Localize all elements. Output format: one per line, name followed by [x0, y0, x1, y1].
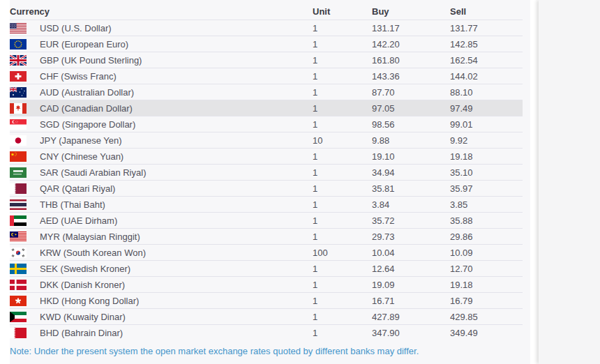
flag-cell [10, 165, 40, 181]
flag-dk-icon [10, 280, 27, 290]
buy-value: 16.71 [372, 293, 450, 309]
flag-cell [10, 277, 40, 293]
table-row-gb[interactable]: GBP (UK Pound Sterling)1161.80162.54 [10, 52, 523, 68]
table-row-th[interactable]: THB (Thai Baht)13.843.85 [10, 197, 523, 213]
flag-ae-icon [10, 215, 27, 226]
unit-value: 1 [313, 293, 372, 309]
flag-ch-icon [10, 71, 27, 82]
currency-name: CHF (Swiss Franc) [40, 68, 313, 84]
unit-value: 1 [313, 277, 372, 293]
table-row-us[interactable]: USD (U.S. Dollar)1131.17131.77 [10, 20, 523, 36]
table-row-ca[interactable]: CAD (Canadian Dollar)197.0597.49 [10, 100, 523, 116]
flag-sa-icon [10, 167, 27, 178]
unit-value: 1 [313, 20, 372, 36]
currency-name: SGD (Singapore Dollar) [40, 116, 313, 132]
currency-name: KWD (Kuwaity Dinar) [40, 309, 313, 325]
table-row-jp[interactable]: JPY (Japanese Yen)109.889.92 [10, 132, 523, 149]
unit-value: 1 [313, 100, 372, 116]
buy-value: 161.80 [372, 52, 450, 68]
sell-value: 12.70 [450, 261, 523, 277]
flag-jp-icon [10, 135, 27, 146]
table-row-sg[interactable]: SGD (Singapore Dollar)198.5699.01 [10, 116, 523, 132]
sell-value: 16.79 [450, 293, 523, 309]
buy-value: 347.90 [372, 325, 450, 341]
column-header-currency: Currency [10, 3, 313, 20]
buy-value: 97.05 [372, 100, 450, 116]
sell-value: 9.92 [450, 132, 523, 149]
table-row-qa[interactable]: QAR (Qatari Riyal)135.8135.97 [10, 181, 523, 197]
flag-bh-icon [10, 328, 27, 338]
flag-cell [10, 309, 40, 325]
flag-cell [10, 197, 40, 213]
flag-cell [10, 100, 40, 116]
column-header-sell: Sell [450, 3, 523, 20]
sell-value: 35.88 [450, 213, 523, 229]
table-row-se[interactable]: SEK (Swedish Kroner)112.6412.70 [10, 261, 523, 277]
sell-value: 3.85 [450, 197, 523, 213]
buy-value: 19.10 [372, 149, 450, 165]
flag-cell [10, 325, 40, 341]
sell-value: 19.18 [450, 277, 523, 293]
buy-value: 12.64 [372, 261, 450, 277]
unit-value: 1 [313, 149, 372, 165]
flag-cell [10, 245, 40, 261]
adjacent-panel [539, 0, 600, 364]
sell-value: 142.85 [450, 36, 523, 52]
table-row-au[interactable]: AUD (Australian Dollar)187.7088.10 [10, 84, 523, 100]
unit-value: 1 [313, 325, 372, 341]
buy-value: 35.72 [372, 213, 450, 229]
currency-name: MYR (Malaysian Ringgit) [40, 229, 313, 245]
sell-value: 10.09 [450, 245, 523, 261]
currency-name: EUR (European Euro) [40, 36, 313, 52]
sell-value: 88.10 [450, 84, 523, 100]
column-header-unit: Unit [313, 3, 372, 20]
flag-sg-icon [10, 119, 27, 130]
unit-value: 1 [313, 36, 372, 52]
flag-cell [10, 132, 40, 149]
unit-value: 1 [313, 68, 372, 84]
flag-se-icon [10, 264, 27, 274]
table-row-ae[interactable]: AED (UAE Dirham)135.7235.88 [10, 213, 523, 229]
flag-ca-icon [10, 103, 27, 114]
unit-value: 1 [313, 165, 372, 181]
buy-value: 19.09 [372, 277, 450, 293]
table-row-kw[interactable]: KWD (Kuwaity Dinar)1427.89429.85 [10, 309, 523, 325]
buy-value: 427.89 [372, 309, 450, 325]
table-row-ch[interactable]: CHF (Swiss Franc)1143.36144.02 [10, 68, 523, 84]
table-row-my[interactable]: MYR (Malaysian Ringgit)129.7329.86 [10, 229, 523, 245]
currency-name: CAD (Canadian Dollar) [40, 100, 313, 116]
unit-value: 1 [313, 84, 372, 100]
unit-value: 1 [313, 213, 372, 229]
currency-name: BHD (Bahrain Dinar) [40, 325, 313, 341]
page: Currency Unit Buy Sell USD (U.S. Dollar)… [0, 0, 600, 364]
note-text: Note: Under the present system the open … [10, 346, 530, 357]
exchange-rates-panel: Currency Unit Buy Sell USD (U.S. Dollar)… [10, 0, 530, 364]
table-row-sa[interactable]: SAR (Saudi Arabian Riyal)134.9435.10 [10, 165, 523, 181]
flag-kr-icon [10, 248, 27, 258]
flag-au-icon [10, 87, 27, 98]
sell-value: 429.85 [450, 309, 523, 325]
buy-value: 9.88 [372, 132, 450, 149]
flag-cell [10, 116, 40, 132]
flag-cell [10, 293, 40, 309]
flag-cell [10, 52, 40, 68]
table-row-kr[interactable]: KRW (South Korean Won)10010.0410.09 [10, 245, 523, 261]
buy-value: 98.56 [372, 116, 450, 132]
flag-th-icon [10, 199, 27, 210]
table-row-hk[interactable]: HKD (Hong Kong Dollar)116.7116.79 [10, 293, 523, 309]
unit-value: 1 [313, 229, 372, 245]
table-row-dk[interactable]: DKK (Danish Kroner)119.0919.18 [10, 277, 523, 293]
currency-name: USD (U.S. Dollar) [40, 20, 313, 36]
table-row-eu[interactable]: EUR (European Euro)1142.20142.85 [10, 36, 523, 52]
table-row-bh[interactable]: BHD (Bahrain Dinar)1347.90349.49 [10, 325, 523, 341]
buy-value: 35.81 [372, 181, 450, 197]
sell-value: 97.49 [450, 100, 523, 116]
table-row-cn[interactable]: CNY (Chinese Yuan)119.1019.18 [10, 149, 523, 165]
buy-value: 131.17 [372, 20, 450, 36]
currency-name: KRW (South Korean Won) [40, 245, 313, 261]
flag-cell [10, 229, 40, 245]
sell-value: 29.86 [450, 229, 523, 245]
currency-name: QAR (Qatari Riyal) [40, 181, 313, 197]
buy-value: 34.94 [372, 165, 450, 181]
flag-hk-icon [10, 296, 27, 306]
